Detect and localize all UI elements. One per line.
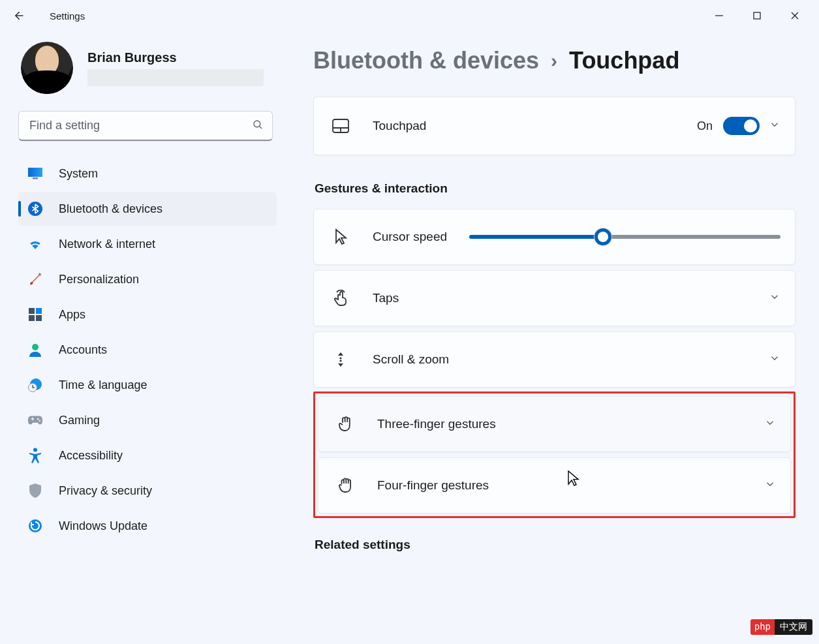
user-name: Brian Burgess xyxy=(87,50,264,65)
sidebar-item-label: Privacy & security xyxy=(59,484,152,498)
search-input[interactable] xyxy=(18,111,273,141)
arrow-left-icon xyxy=(12,9,25,22)
sidebar-item-label: Apps xyxy=(59,308,85,322)
chevron-down-icon xyxy=(764,417,776,431)
apps-icon xyxy=(27,307,43,322)
section-related-title: Related settings xyxy=(315,538,796,552)
chevron-down-icon xyxy=(769,291,780,305)
watermark-left: php xyxy=(750,619,775,635)
window-controls xyxy=(700,3,814,29)
page-title: Touchpad xyxy=(569,47,679,74)
svg-rect-7 xyxy=(29,308,35,314)
cursor-speed-slider[interactable] xyxy=(469,235,780,239)
svg-point-14 xyxy=(37,418,39,420)
chevron-down-icon xyxy=(769,352,780,367)
close-button[interactable] xyxy=(776,3,814,29)
slider-thumb[interactable] xyxy=(595,228,611,245)
sidebar-item-label: Personalization xyxy=(59,273,139,286)
cursor-speed-label: Cursor speed xyxy=(373,230,447,244)
shield-icon xyxy=(27,483,43,498)
maximize-icon xyxy=(752,11,762,20)
gamepad-icon xyxy=(27,412,43,428)
toggle-switch[interactable] xyxy=(723,117,760,135)
touchpad-toggle-card[interactable]: Touchpad On xyxy=(313,97,796,155)
svg-point-16 xyxy=(33,448,37,452)
titlebar: Settings xyxy=(0,0,819,31)
close-icon xyxy=(790,11,799,20)
watermark: php 中文网 xyxy=(750,619,812,635)
svg-point-11 xyxy=(32,344,39,350)
minimize-button[interactable] xyxy=(700,3,738,29)
user-subtext-redacted xyxy=(87,69,264,86)
back-button[interactable] xyxy=(5,3,31,29)
sidebar-item-label: Windows Update xyxy=(59,519,147,533)
svg-point-19 xyxy=(339,357,341,359)
svg-rect-4 xyxy=(33,177,38,179)
taps-card[interactable]: Taps xyxy=(313,270,796,326)
touchpad-label: Touchpad xyxy=(373,119,426,133)
chevron-down-icon xyxy=(764,478,776,493)
minimize-icon xyxy=(715,11,724,20)
chevron-down-icon xyxy=(769,119,780,133)
display-icon xyxy=(27,166,43,181)
sidebar-item-gaming[interactable]: Gaming xyxy=(18,403,277,437)
main-content: Bluetooth & devices › Touchpad Touchpad … xyxy=(287,31,819,644)
sidebar-item-network[interactable]: Network & internet xyxy=(18,227,277,261)
sidebar-item-label: Network & internet xyxy=(59,238,155,251)
paintbrush-icon xyxy=(27,271,43,287)
sidebar-item-label: System xyxy=(59,167,98,181)
wifi-icon xyxy=(27,236,43,252)
hand-icon xyxy=(335,477,355,494)
sidebar-item-label: Gaming xyxy=(59,414,100,427)
avatar xyxy=(21,42,73,94)
breadcrumb-parent[interactable]: Bluetooth & devices xyxy=(313,47,539,74)
svg-rect-3 xyxy=(28,168,42,177)
three-finger-label: Three-finger gestures xyxy=(377,417,496,431)
bluetooth-icon xyxy=(27,201,43,217)
section-gestures-title: Gestures & interaction xyxy=(315,181,796,196)
chevron-right-icon: › xyxy=(551,50,557,72)
update-icon xyxy=(27,518,43,534)
four-finger-label: Four-finger gestures xyxy=(377,478,489,493)
hand-icon xyxy=(335,416,355,433)
nav-list: System Bluetooth & devices Network & int… xyxy=(18,157,277,543)
maximize-button[interactable] xyxy=(738,3,776,29)
sidebar-item-privacy[interactable]: Privacy & security xyxy=(18,474,277,508)
sidebar-item-time[interactable]: Time & language xyxy=(18,368,277,402)
sidebar-item-label: Time & language xyxy=(59,378,147,392)
person-icon xyxy=(27,342,43,358)
sidebar: Brian Burgess System Bluetooth & dev xyxy=(0,31,287,644)
svg-point-1 xyxy=(254,121,260,127)
touchpad-toggle[interactable]: On xyxy=(697,117,760,135)
profile[interactable]: Brian Burgess xyxy=(18,38,277,108)
sidebar-item-system[interactable]: System xyxy=(18,157,277,191)
sidebar-item-label: Accounts xyxy=(59,343,107,357)
cursor-icon xyxy=(331,228,350,245)
sidebar-item-accessibility[interactable]: Accessibility xyxy=(18,438,277,472)
breadcrumb: Bluetooth & devices › Touchpad xyxy=(313,47,796,74)
scroll-zoom-card[interactable]: Scroll & zoom xyxy=(313,331,796,388)
four-finger-card[interactable]: Four-finger gestures xyxy=(318,457,791,514)
sidebar-item-personalization[interactable]: Personalization xyxy=(18,262,277,296)
app-title: Settings xyxy=(50,10,85,22)
sidebar-item-update[interactable]: Windows Update xyxy=(18,509,277,543)
scroll-zoom-label: Scroll & zoom xyxy=(373,352,449,367)
svg-rect-8 xyxy=(36,308,42,314)
watermark-right: 中文网 xyxy=(775,619,812,635)
svg-point-15 xyxy=(39,420,40,422)
search-icon xyxy=(252,119,264,133)
sidebar-item-label: Accessibility xyxy=(59,449,123,463)
sidebar-item-accounts[interactable]: Accounts xyxy=(18,333,277,367)
svg-rect-10 xyxy=(36,315,42,321)
highlight-annotation: Three-finger gestures Four-finger gestur… xyxy=(313,391,796,518)
taps-label: Taps xyxy=(373,291,399,305)
toggle-state-label: On xyxy=(697,119,713,133)
touchpad-icon xyxy=(331,118,350,134)
three-finger-card[interactable]: Three-finger gestures xyxy=(318,396,791,452)
sidebar-item-bluetooth[interactable]: Bluetooth & devices xyxy=(18,192,277,226)
scroll-icon xyxy=(331,351,350,368)
tap-icon xyxy=(331,290,350,307)
search-box[interactable] xyxy=(18,111,273,141)
svg-rect-9 xyxy=(29,315,35,321)
sidebar-item-apps[interactable]: Apps xyxy=(18,298,277,331)
